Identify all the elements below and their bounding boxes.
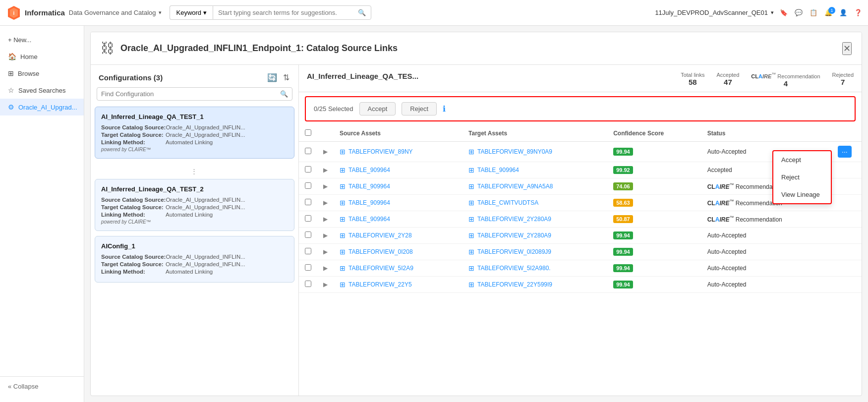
row-expand-cell: ▶ — [317, 211, 334, 227]
target-asset-link[interactable]: TABLEFORVIEW_5I2A980. — [477, 265, 551, 272]
expand-row-icon[interactable]: ▶ — [323, 281, 328, 288]
clipboard-icon[interactable]: 📋 — [810, 9, 817, 16]
new-button[interactable]: + New... — [0, 32, 84, 48]
source-asset-cell: ⊞ TABLEFORVIEW_89NY — [334, 141, 463, 162]
row-checkbox-cell — [299, 243, 317, 260]
expand-row-icon[interactable]: ▶ — [323, 265, 328, 272]
panels: Configurations (3) 🔄 ⇅ 🔍 AI_Inferred_Lin… — [91, 65, 862, 396]
page-header-icon: ⛓ — [101, 40, 115, 57]
sidebar-item-saved-searches[interactable]: ☆ Saved Searches — [0, 82, 84, 99]
row-checkbox[interactable] — [305, 215, 311, 222]
target-asset-link[interactable]: TABLE_CWITVUDTSA — [477, 199, 538, 206]
reject-button[interactable]: Reject — [402, 102, 437, 115]
source-asset-link[interactable]: TABLEFORVIEW_0I208 — [348, 248, 413, 255]
table-row: ▶ ⊞ TABLEFORVIEW_5I2A9 ⊞ TABLEFORVIEW_5I… — [299, 260, 862, 276]
left-panel-header: Configurations (3) 🔄 ⇅ — [91, 65, 298, 87]
target-asset-link[interactable]: TABLEFORVIEW_0I2089J9 — [477, 248, 551, 255]
search-type-button[interactable]: Keyword ▾ — [170, 5, 213, 20]
source-table-icon: ⊞ — [340, 166, 346, 174]
row-checkbox[interactable] — [305, 248, 311, 254]
expand-row-icon[interactable]: ▶ — [323, 148, 328, 155]
expand-row-icon[interactable]: ▶ — [323, 183, 328, 190]
target-asset-link[interactable]: TABLEFORVIEW_2Y280A9 — [477, 216, 551, 223]
target-table-icon: ⊞ — [468, 264, 474, 272]
score-badge: 99.94 — [613, 148, 633, 156]
source-asset-cell: ⊞ TABLE_909964 — [334, 178, 463, 194]
row-checkbox[interactable] — [305, 199, 311, 205]
select-all-checkbox[interactable] — [305, 129, 311, 136]
info-icon[interactable]: ℹ — [443, 104, 446, 114]
target-asset-cell: ⊞ TABLEFORVIEW_22Y599I9 — [463, 276, 607, 292]
table-row: ▶ ⊞ TABLEFORVIEW_22Y5 ⊞ TABLEFORVIEW_22Y… — [299, 276, 862, 292]
bookmark-icon[interactable]: 🔖 — [780, 9, 788, 16]
config-card-3[interactable]: AIConfig_1 Source Catalog Source: Oracle… — [95, 236, 294, 283]
source-asset-link[interactable]: TABLE_909964 — [348, 183, 390, 190]
expand-row-icon[interactable]: ▶ — [323, 216, 328, 223]
row-action-cell — [832, 194, 862, 211]
source-asset-link[interactable]: TABLEFORVIEW_2Y28 — [348, 232, 412, 239]
user-icon[interactable]: 👤 — [839, 9, 847, 16]
target-asset-link[interactable]: TABLEFORVIEW_A9NA5A8 — [477, 183, 553, 190]
more-options-button[interactable]: ··· — [838, 146, 852, 158]
search-input[interactable] — [218, 9, 358, 16]
home-icon: 🏠 — [8, 53, 16, 60]
expand-row-icon[interactable]: ▶ — [323, 167, 328, 173]
row-checkbox[interactable] — [305, 281, 311, 287]
source-table-icon: ⊞ — [340, 281, 346, 288]
help-icon[interactable]: ❓ — [854, 9, 862, 16]
config-card-2[interactable]: AI_Inferred_Lineage_QA_TEST_2 Source Cat… — [95, 179, 294, 231]
config-search-box: 🔍 — [97, 87, 292, 101]
sidebar-item-oracle-ai[interactable]: ⚙ Oracle_AI_Upgrad... — [0, 99, 84, 115]
source-asset-link[interactable]: TABLEFORVIEW_89NY — [348, 148, 413, 155]
divider-dots[interactable]: ⋮ — [95, 164, 294, 179]
score-badge: 99.94 — [613, 281, 633, 288]
row-checkbox[interactable] — [305, 231, 311, 238]
target-asset-link[interactable]: TABLEFORVIEW_22Y599I9 — [477, 281, 552, 288]
close-button[interactable]: ✕ — [842, 42, 852, 55]
context-menu-accept[interactable]: Accept — [773, 151, 831, 169]
expand-row-icon[interactable]: ▶ — [323, 248, 328, 255]
product-name-selector[interactable]: Data Governance and Catalog ▾ — [69, 9, 162, 16]
row-checkbox[interactable] — [305, 148, 311, 154]
stats-row: Total links 58 Accepted 47 CLAIRE™ Recom… — [681, 72, 854, 88]
target-asset-cell: ⊞ TABLEFORVIEW_2Y280A9 — [463, 227, 607, 243]
left-panel-title: Configurations (3) — [99, 73, 163, 82]
row-checkbox[interactable] — [305, 264, 311, 271]
sidebar-item-home[interactable]: 🏠 Home — [0, 48, 84, 65]
source-asset-link[interactable]: TABLE_909964 — [348, 216, 390, 223]
left-panel: Configurations (3) 🔄 ⇅ 🔍 AI_Inferred_Lin… — [91, 65, 299, 396]
context-menu-reject[interactable]: Reject — [773, 169, 831, 186]
row-checkbox-cell — [299, 194, 317, 211]
expand-row-icon[interactable]: ▶ — [323, 199, 328, 206]
notification-icon[interactable]: 💬 — [795, 9, 803, 16]
score-badge: 99.94 — [613, 264, 633, 272]
target-asset-link[interactable]: TABLEFORVIEW_89NY0A9 — [477, 148, 552, 155]
bell-icon[interactable]: 🔔 1 — [824, 9, 832, 16]
row-action-cell — [832, 211, 862, 227]
row-checkbox[interactable] — [305, 166, 311, 172]
row-checkbox[interactable] — [305, 182, 311, 189]
source-asset-link[interactable]: TABLE_909964 — [348, 167, 390, 173]
source-asset-link[interactable]: TABLEFORVIEW_22Y5 — [348, 281, 412, 288]
accept-button[interactable]: Accept — [359, 102, 396, 115]
panel-actions: 🔄 ⇅ — [266, 72, 290, 83]
context-menu-view-lineage[interactable]: View Lineage — [773, 186, 831, 203]
saved-searches-icon: ☆ — [8, 86, 14, 94]
target-asset-link[interactable]: TABLEFORVIEW_2Y280A9 — [477, 232, 551, 239]
sidebar-item-browse[interactable]: ⊞ Browse — [0, 65, 84, 82]
sort-icon[interactable]: ⇅ — [282, 72, 290, 83]
selected-count: 0/25 Selected — [314, 105, 353, 113]
refresh-icon[interactable]: 🔄 — [266, 72, 278, 83]
expand-row-icon[interactable]: ▶ — [323, 232, 328, 239]
config-card-1[interactable]: AI_Inferred_Lineage_QA_TEST_1 Source Cat… — [95, 107, 294, 159]
score-badge: 99.94 — [613, 231, 633, 239]
env-selector[interactable]: 11July_DEVPROD_AdvScanner_QE01 ▾ — [655, 9, 774, 16]
source-asset-link[interactable]: TABLE_909964 — [348, 199, 390, 206]
target-asset-link[interactable]: TABLE_909964 — [477, 167, 519, 173]
expand-col-header — [317, 125, 334, 142]
table-row: ▶ ⊞ TABLEFORVIEW_0I208 ⊞ TABLEFORVIEW_0I… — [299, 243, 862, 260]
config-search-input[interactable] — [101, 90, 280, 98]
source-asset-cell: ⊞ TABLE_909964 — [334, 194, 463, 211]
source-asset-link[interactable]: TABLEFORVIEW_5I2A9 — [348, 265, 413, 272]
collapse-button[interactable]: « Collapse — [0, 376, 84, 396]
